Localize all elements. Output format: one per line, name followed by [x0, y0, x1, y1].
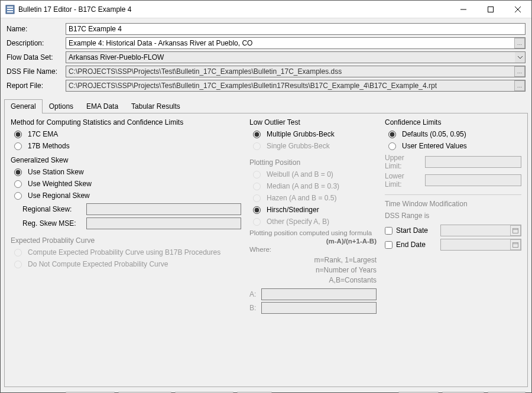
regional-skew-label: Use Regional Skew: [28, 191, 90, 200]
close-button[interactable]: [504, 1, 531, 18]
name-label: Name:: [7, 25, 66, 33]
single-grubbs-beck-radio: [253, 142, 261, 150]
hazen-label: Hazen (A and B = 0.5): [267, 194, 336, 202]
bottom-button-bar: Compute Plot Curve View Report Print OK …: [1, 387, 531, 393]
hazen-radio: [253, 194, 261, 202]
b-input: [261, 302, 377, 314]
upper-limit-label: Upper Limit:: [385, 154, 421, 170]
conf-defaults-label: Defaults (0.05, 0.95): [402, 130, 466, 138]
expected-donot-radio: [14, 261, 22, 268]
method-17b-label: 17B Methods: [28, 142, 70, 150]
dss-file-browse-button[interactable]: …: [514, 66, 525, 77]
flow-data-set-label: Flow Data Set:: [7, 53, 66, 61]
a-input: [261, 288, 377, 300]
dss-range-label: DSS Range is: [385, 212, 521, 220]
end-date-picker-icon: [510, 239, 521, 250]
titlebar: Bulletin 17 Editor - B17C Example 4: [1, 1, 531, 18]
other-ab-label: Other (Specify A, B): [267, 217, 329, 226]
station-skew-label: Use Station Skew: [28, 168, 84, 176]
header-form: Name: Description: … Flow Data Set: DSS …: [1, 18, 531, 96]
expected-curve-title: Expected Probablity Curve: [11, 236, 241, 245]
formula-text: (m-A)/(n+1-A-B): [249, 238, 377, 245]
expected-compute-label: Compute Expected Probability Curve using…: [28, 248, 220, 256]
legend-m: m=Rank, 1=Largest: [249, 255, 377, 265]
minimize-button[interactable]: [450, 1, 477, 18]
svg-rect-5: [488, 7, 494, 12]
weibull-radio: [253, 171, 261, 178]
hirsch-stedinger-label: Hirsch/Stedinger: [267, 206, 319, 214]
separator: [385, 194, 521, 195]
description-input[interactable]: [66, 37, 525, 49]
plotting-position-title: Plotting Position: [249, 158, 377, 167]
maximize-button[interactable]: [477, 1, 504, 18]
tab-ema-data[interactable]: EMA Data: [80, 99, 125, 113]
tab-content-general: Method for Computing Statistics and Conf…: [4, 113, 528, 387]
time-window-title: Time Window Modification: [385, 200, 521, 208]
multiple-grubbs-beck-radio[interactable]: [253, 131, 261, 138]
legend-ab: A,B=Constants: [249, 275, 377, 285]
start-date-picker-icon: [510, 225, 521, 236]
svg-rect-2: [7, 9, 13, 10]
tab-bar: General Options EMA Data Tabular Results: [1, 99, 531, 113]
expected-compute-radio: [14, 249, 22, 256]
start-date-input: [440, 225, 521, 236]
conf-user-radio[interactable]: [388, 142, 396, 150]
lower-limit-input: [425, 174, 521, 186]
bulletin17-editor-window: Bulletin 17 Editor - B17C Example 4 Name…: [0, 0, 532, 393]
confidence-limits-title: Confidence Limits: [385, 118, 521, 126]
svg-rect-10: [513, 243, 518, 248]
a-label: A:: [249, 290, 258, 298]
report-file-label: Report File:: [7, 82, 66, 90]
end-date-label: End Date: [396, 241, 426, 249]
expected-donot-label: Do Not Compute Expected Probability Curv…: [28, 260, 168, 268]
reg-skew-mse-label: Reg. Skew MSE:: [22, 219, 82, 228]
tab-options[interactable]: Options: [43, 99, 80, 113]
station-skew-radio[interactable]: [14, 168, 22, 176]
end-date-input: [440, 239, 521, 251]
name-input[interactable]: [66, 23, 525, 35]
window-title: Bulletin 17 Editor - B17C Example 4: [18, 5, 450, 14]
lower-limit-label: Lower Limit:: [385, 172, 421, 189]
start-date-label: Start Date: [396, 226, 428, 235]
formula-intro: Plotting position computed using formula: [249, 229, 377, 236]
method-17c-ema-radio[interactable]: [14, 131, 22, 138]
dss-file-label: DSS File Name:: [7, 67, 66, 76]
svg-rect-3: [7, 11, 13, 12]
conf-defaults-radio[interactable]: [388, 131, 396, 138]
regional-skew-value-label: Regional Skew:: [22, 205, 82, 213]
weibull-label: Weibull (A and B = 0): [267, 170, 333, 178]
tab-tabular-results[interactable]: Tabular Results: [125, 99, 187, 113]
where-label: Where:: [249, 246, 377, 253]
reg-skew-mse-input: [86, 217, 241, 229]
conf-user-label: User Entered Values: [402, 142, 467, 150]
svg-rect-8: [513, 229, 518, 233]
method-group-title: Method for Computing Statistics and Conf…: [11, 118, 241, 126]
app-icon: [5, 5, 15, 14]
regional-skew-radio[interactable]: [14, 192, 22, 200]
description-browse-button[interactable]: …: [514, 38, 525, 48]
end-date-checkbox[interactable]: [385, 241, 392, 249]
generalized-skew-title: Generalized Skew: [11, 156, 241, 164]
multiple-grubbs-beck-label: Multiple Grubbs-Beck: [267, 130, 335, 138]
flow-data-set-dropdown-icon[interactable]: [515, 52, 525, 63]
low-outlier-title: Low Outlier Test: [249, 118, 377, 126]
svg-rect-1: [7, 7, 13, 8]
median-radio: [253, 183, 261, 190]
single-grubbs-beck-label: Single Grubbs-Beck: [267, 142, 330, 150]
formula-legend: m=Rank, 1=Largest n=Number of Years A,B=…: [249, 255, 377, 285]
weighted-skew-radio[interactable]: [14, 180, 22, 188]
report-file-input: [66, 80, 525, 92]
method-17b-radio[interactable]: [14, 142, 22, 150]
median-label: Median (A and B = 0.3): [267, 182, 339, 190]
weighted-skew-label: Use Weighted Skew: [28, 180, 92, 188]
method-17c-ema-label: 17C EMA: [28, 130, 58, 138]
flow-data-set-select[interactable]: [66, 51, 525, 63]
hirsch-stedinger-radio[interactable]: [253, 206, 261, 214]
report-file-browse-button[interactable]: …: [514, 80, 525, 91]
upper-limit-input: [425, 156, 521, 168]
start-date-checkbox[interactable]: [385, 227, 392, 235]
dss-file-input: [66, 66, 525, 77]
tab-general[interactable]: General: [4, 99, 43, 113]
b-label: B:: [249, 304, 258, 312]
description-label: Description:: [7, 39, 66, 47]
